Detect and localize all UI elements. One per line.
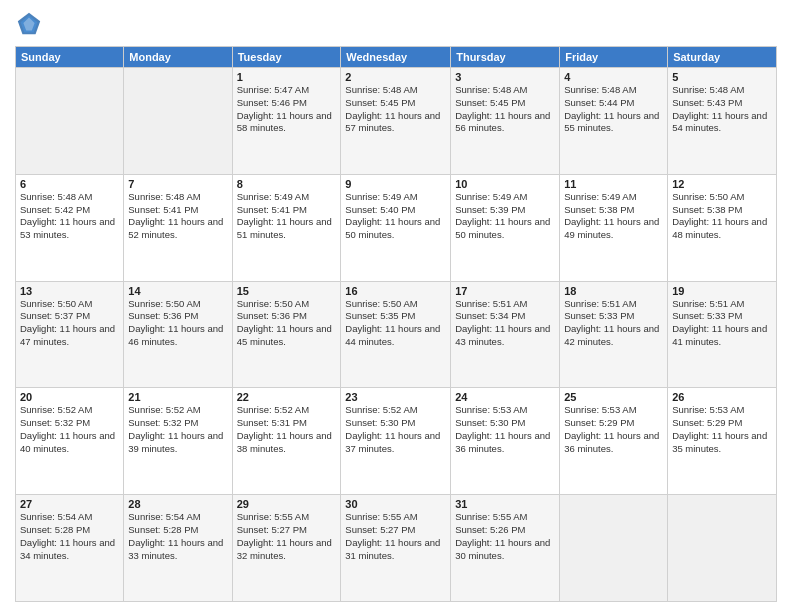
day-cell: 22Sunrise: 5:52 AM Sunset: 5:31 PM Dayli… bbox=[232, 388, 341, 495]
day-cell: 23Sunrise: 5:52 AM Sunset: 5:30 PM Dayli… bbox=[341, 388, 451, 495]
day-detail: Sunrise: 5:48 AM Sunset: 5:43 PM Dayligh… bbox=[672, 84, 772, 135]
day-cell bbox=[16, 68, 124, 175]
day-cell: 4Sunrise: 5:48 AM Sunset: 5:44 PM Daylig… bbox=[560, 68, 668, 175]
week-row-3: 13Sunrise: 5:50 AM Sunset: 5:37 PM Dayli… bbox=[16, 281, 777, 388]
day-number: 14 bbox=[128, 285, 227, 297]
day-cell: 18Sunrise: 5:51 AM Sunset: 5:33 PM Dayli… bbox=[560, 281, 668, 388]
day-cell: 6Sunrise: 5:48 AM Sunset: 5:42 PM Daylig… bbox=[16, 174, 124, 281]
day-cell: 29Sunrise: 5:55 AM Sunset: 5:27 PM Dayli… bbox=[232, 495, 341, 602]
day-detail: Sunrise: 5:48 AM Sunset: 5:45 PM Dayligh… bbox=[455, 84, 555, 135]
weekday-header-row: SundayMondayTuesdayWednesdayThursdayFrid… bbox=[16, 47, 777, 68]
day-cell: 30Sunrise: 5:55 AM Sunset: 5:27 PM Dayli… bbox=[341, 495, 451, 602]
weekday-header-saturday: Saturday bbox=[668, 47, 777, 68]
day-detail: Sunrise: 5:53 AM Sunset: 5:30 PM Dayligh… bbox=[455, 404, 555, 455]
day-cell: 31Sunrise: 5:55 AM Sunset: 5:26 PM Dayli… bbox=[451, 495, 560, 602]
week-row-5: 27Sunrise: 5:54 AM Sunset: 5:28 PM Dayli… bbox=[16, 495, 777, 602]
day-number: 13 bbox=[20, 285, 119, 297]
day-detail: Sunrise: 5:55 AM Sunset: 5:27 PM Dayligh… bbox=[345, 511, 446, 562]
day-detail: Sunrise: 5:51 AM Sunset: 5:33 PM Dayligh… bbox=[672, 298, 772, 349]
day-cell: 19Sunrise: 5:51 AM Sunset: 5:33 PM Dayli… bbox=[668, 281, 777, 388]
day-detail: Sunrise: 5:54 AM Sunset: 5:28 PM Dayligh… bbox=[20, 511, 119, 562]
day-detail: Sunrise: 5:52 AM Sunset: 5:32 PM Dayligh… bbox=[128, 404, 227, 455]
day-number: 21 bbox=[128, 391, 227, 403]
day-detail: Sunrise: 5:55 AM Sunset: 5:26 PM Dayligh… bbox=[455, 511, 555, 562]
day-number: 4 bbox=[564, 71, 663, 83]
day-number: 11 bbox=[564, 178, 663, 190]
day-detail: Sunrise: 5:51 AM Sunset: 5:33 PM Dayligh… bbox=[564, 298, 663, 349]
day-number: 6 bbox=[20, 178, 119, 190]
day-detail: Sunrise: 5:51 AM Sunset: 5:34 PM Dayligh… bbox=[455, 298, 555, 349]
day-cell: 20Sunrise: 5:52 AM Sunset: 5:32 PM Dayli… bbox=[16, 388, 124, 495]
day-number: 8 bbox=[237, 178, 337, 190]
day-detail: Sunrise: 5:50 AM Sunset: 5:36 PM Dayligh… bbox=[128, 298, 227, 349]
weekday-header-wednesday: Wednesday bbox=[341, 47, 451, 68]
day-cell: 8Sunrise: 5:49 AM Sunset: 5:41 PM Daylig… bbox=[232, 174, 341, 281]
day-cell: 15Sunrise: 5:50 AM Sunset: 5:36 PM Dayli… bbox=[232, 281, 341, 388]
day-detail: Sunrise: 5:49 AM Sunset: 5:40 PM Dayligh… bbox=[345, 191, 446, 242]
day-detail: Sunrise: 5:49 AM Sunset: 5:39 PM Dayligh… bbox=[455, 191, 555, 242]
day-cell: 28Sunrise: 5:54 AM Sunset: 5:28 PM Dayli… bbox=[124, 495, 232, 602]
day-detail: Sunrise: 5:52 AM Sunset: 5:31 PM Dayligh… bbox=[237, 404, 337, 455]
day-detail: Sunrise: 5:50 AM Sunset: 5:35 PM Dayligh… bbox=[345, 298, 446, 349]
day-number: 31 bbox=[455, 498, 555, 510]
day-detail: Sunrise: 5:53 AM Sunset: 5:29 PM Dayligh… bbox=[564, 404, 663, 455]
day-number: 24 bbox=[455, 391, 555, 403]
logo bbox=[15, 10, 47, 38]
day-cell: 10Sunrise: 5:49 AM Sunset: 5:39 PM Dayli… bbox=[451, 174, 560, 281]
logo-icon bbox=[15, 10, 43, 38]
day-number: 30 bbox=[345, 498, 446, 510]
day-number: 1 bbox=[237, 71, 337, 83]
day-detail: Sunrise: 5:54 AM Sunset: 5:28 PM Dayligh… bbox=[128, 511, 227, 562]
day-number: 19 bbox=[672, 285, 772, 297]
day-cell: 27Sunrise: 5:54 AM Sunset: 5:28 PM Dayli… bbox=[16, 495, 124, 602]
day-detail: Sunrise: 5:48 AM Sunset: 5:41 PM Dayligh… bbox=[128, 191, 227, 242]
day-cell: 21Sunrise: 5:52 AM Sunset: 5:32 PM Dayli… bbox=[124, 388, 232, 495]
day-cell: 2Sunrise: 5:48 AM Sunset: 5:45 PM Daylig… bbox=[341, 68, 451, 175]
day-detail: Sunrise: 5:53 AM Sunset: 5:29 PM Dayligh… bbox=[672, 404, 772, 455]
day-cell: 25Sunrise: 5:53 AM Sunset: 5:29 PM Dayli… bbox=[560, 388, 668, 495]
day-number: 28 bbox=[128, 498, 227, 510]
week-row-1: 1Sunrise: 5:47 AM Sunset: 5:46 PM Daylig… bbox=[16, 68, 777, 175]
day-number: 7 bbox=[128, 178, 227, 190]
day-cell: 3Sunrise: 5:48 AM Sunset: 5:45 PM Daylig… bbox=[451, 68, 560, 175]
day-number: 26 bbox=[672, 391, 772, 403]
day-cell: 11Sunrise: 5:49 AM Sunset: 5:38 PM Dayli… bbox=[560, 174, 668, 281]
day-detail: Sunrise: 5:52 AM Sunset: 5:32 PM Dayligh… bbox=[20, 404, 119, 455]
day-number: 16 bbox=[345, 285, 446, 297]
day-cell: 14Sunrise: 5:50 AM Sunset: 5:36 PM Dayli… bbox=[124, 281, 232, 388]
day-detail: Sunrise: 5:50 AM Sunset: 5:37 PM Dayligh… bbox=[20, 298, 119, 349]
weekday-header-monday: Monday bbox=[124, 47, 232, 68]
day-cell: 26Sunrise: 5:53 AM Sunset: 5:29 PM Dayli… bbox=[668, 388, 777, 495]
day-number: 15 bbox=[237, 285, 337, 297]
day-cell: 5Sunrise: 5:48 AM Sunset: 5:43 PM Daylig… bbox=[668, 68, 777, 175]
header bbox=[15, 10, 777, 38]
day-number: 29 bbox=[237, 498, 337, 510]
day-cell: 24Sunrise: 5:53 AM Sunset: 5:30 PM Dayli… bbox=[451, 388, 560, 495]
day-cell bbox=[668, 495, 777, 602]
day-number: 5 bbox=[672, 71, 772, 83]
day-detail: Sunrise: 5:50 AM Sunset: 5:38 PM Dayligh… bbox=[672, 191, 772, 242]
day-number: 17 bbox=[455, 285, 555, 297]
day-detail: Sunrise: 5:50 AM Sunset: 5:36 PM Dayligh… bbox=[237, 298, 337, 349]
day-number: 3 bbox=[455, 71, 555, 83]
day-detail: Sunrise: 5:48 AM Sunset: 5:45 PM Dayligh… bbox=[345, 84, 446, 135]
day-cell: 16Sunrise: 5:50 AM Sunset: 5:35 PM Dayli… bbox=[341, 281, 451, 388]
day-cell bbox=[560, 495, 668, 602]
day-cell bbox=[124, 68, 232, 175]
week-row-2: 6Sunrise: 5:48 AM Sunset: 5:42 PM Daylig… bbox=[16, 174, 777, 281]
day-detail: Sunrise: 5:47 AM Sunset: 5:46 PM Dayligh… bbox=[237, 84, 337, 135]
day-detail: Sunrise: 5:49 AM Sunset: 5:41 PM Dayligh… bbox=[237, 191, 337, 242]
day-number: 18 bbox=[564, 285, 663, 297]
day-number: 20 bbox=[20, 391, 119, 403]
day-detail: Sunrise: 5:48 AM Sunset: 5:42 PM Dayligh… bbox=[20, 191, 119, 242]
day-number: 23 bbox=[345, 391, 446, 403]
page: SundayMondayTuesdayWednesdayThursdayFrid… bbox=[0, 0, 792, 612]
day-cell: 17Sunrise: 5:51 AM Sunset: 5:34 PM Dayli… bbox=[451, 281, 560, 388]
weekday-header-sunday: Sunday bbox=[16, 47, 124, 68]
day-detail: Sunrise: 5:48 AM Sunset: 5:44 PM Dayligh… bbox=[564, 84, 663, 135]
week-row-4: 20Sunrise: 5:52 AM Sunset: 5:32 PM Dayli… bbox=[16, 388, 777, 495]
day-cell: 12Sunrise: 5:50 AM Sunset: 5:38 PM Dayli… bbox=[668, 174, 777, 281]
day-cell: 13Sunrise: 5:50 AM Sunset: 5:37 PM Dayli… bbox=[16, 281, 124, 388]
day-number: 12 bbox=[672, 178, 772, 190]
weekday-header-friday: Friday bbox=[560, 47, 668, 68]
